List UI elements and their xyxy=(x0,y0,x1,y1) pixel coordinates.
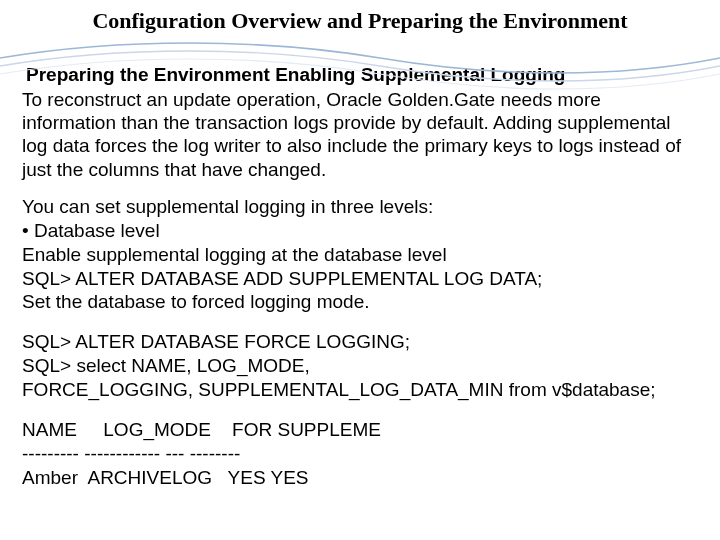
text-line: Enable supplemental logging at the datab… xyxy=(22,243,694,267)
text-line: • Database level xyxy=(22,219,694,243)
slide-title: Configuration Overview and Preparing the… xyxy=(22,8,698,34)
text-line: --------- ------------ --- -------- xyxy=(22,442,694,466)
intro-paragraph: To reconstruct an update operation, Orac… xyxy=(22,88,694,181)
section-subtitle: Preparing the Environment Enabling Suppl… xyxy=(26,64,698,86)
block-force-logging: SQL> ALTER DATABASE FORCE LOGGING; SQL> … xyxy=(22,330,694,402)
text-line: You can set supplemental logging in thre… xyxy=(22,195,694,219)
text-line: FORCE_LOGGING, SUPPLEMENTAL_LOG_DATA_MIN… xyxy=(22,378,694,402)
slide: Configuration Overview and Preparing the… xyxy=(0,0,720,540)
block-levels: You can set supplemental logging in thre… xyxy=(22,195,694,315)
text-line: NAME LOG_MODE FOR SUPPLEME xyxy=(22,418,694,442)
text-line: SQL> select NAME, LOG_MODE, xyxy=(22,354,694,378)
text-line: SQL> ALTER DATABASE FORCE LOGGING; xyxy=(22,330,694,354)
block-query-output: NAME LOG_MODE FOR SUPPLEME --------- ---… xyxy=(22,418,694,490)
text-line: Amber ARCHIVELOG YES YES xyxy=(22,466,694,490)
text-line: SQL> ALTER DATABASE ADD SUPPLEMENTAL LOG… xyxy=(22,267,694,291)
text-line: Set the database to forced logging mode. xyxy=(22,290,694,314)
